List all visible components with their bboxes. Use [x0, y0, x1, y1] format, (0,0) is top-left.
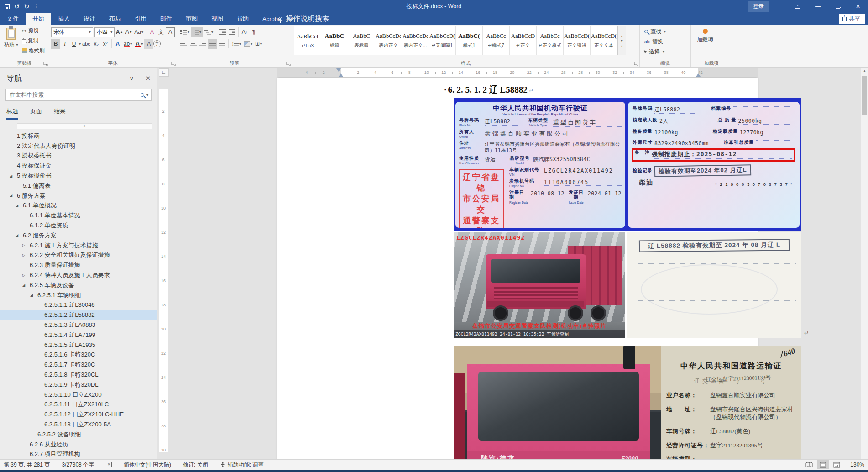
vertical-scrollbar[interactable]: ▲	[861, 68, 868, 459]
style-item[interactable]: AaBbCcI ↵Ln3	[294, 26, 321, 55]
justify-button[interactable]	[208, 39, 217, 49]
search-icon[interactable]	[141, 93, 144, 97]
subscript-button[interactable]: x₂	[92, 39, 101, 49]
nav-heading-item[interactable]: 6.2.5.1.5 辽LA1935	[0, 340, 157, 350]
nav-heading-item[interactable]: 6.2.5.1.7 卡特320C	[0, 360, 157, 370]
expander-icon[interactable]: ▷	[22, 243, 30, 247]
format-painter-button[interactable]: 格式刷	[22, 46, 47, 56]
bold-button[interactable]: B	[51, 39, 60, 49]
nav-heading-item[interactable]: 6.2.3 质量保证措施	[0, 260, 157, 270]
nav-heading-item[interactable]: 6.2.5.1.11 日立ZX210LC	[0, 400, 157, 410]
phonetic-guide-button[interactable]: 文	[157, 27, 166, 37]
nav-close-icon[interactable]: ✕	[146, 75, 151, 82]
ribbon-tab[interactable]: 引用	[128, 13, 153, 25]
nav-tab[interactable]: 页面	[30, 107, 42, 120]
nav-heading-item[interactable]: 5.1 偏离表	[0, 181, 157, 191]
nav-heading-item[interactable]: 6.2.5.1.3 辽LA0883	[0, 320, 157, 330]
copy-button[interactable]: 复制	[22, 36, 47, 46]
nav-heading-item[interactable]: 6.2.5.1.4 辽LA7199	[0, 330, 157, 340]
text-effects-button[interactable]: A	[113, 39, 122, 49]
line-spacing-button[interactable]: ↕▾	[230, 39, 242, 49]
print-layout-button[interactable]	[817, 460, 829, 469]
document-page[interactable]: ▪6. 2. 5. 1. 2 辽 L58882↵ 中华人民共和国机动车行驶证 V…	[277, 78, 758, 459]
nav-tab[interactable]: 标题	[6, 107, 18, 120]
document-heading[interactable]: ▪6. 2. 5. 1. 2 辽 L58882↵	[444, 84, 533, 96]
image-truck-front-and-transport-permit[interactable]: 陕汽·德龙 F2000 640 中华人民共和国道路运输证 辽交运营 字 号 辽交…	[454, 346, 801, 459]
multilevel-list-button[interactable]: ▾	[203, 27, 214, 37]
highlight-button[interactable]: ab▾	[122, 39, 133, 49]
expander-icon[interactable]: ▷	[22, 273, 30, 278]
underline-button[interactable]: U	[69, 39, 78, 49]
expander-icon[interactable]: ◢	[16, 204, 23, 208]
enclose-characters-button[interactable]: 字	[153, 40, 161, 47]
sort-button[interactable]: A↓	[240, 27, 249, 37]
expander-icon[interactable]: ◢	[16, 233, 23, 237]
style-item[interactable]: AaBbC 表标题	[348, 26, 375, 55]
nav-heading-item[interactable]: 4 投标保证金	[0, 161, 157, 171]
search-dropdown-icon[interactable]: ▾	[146, 93, 148, 97]
expander-icon[interactable]: ◢	[30, 293, 37, 297]
find-button[interactable]: 查找▾	[644, 27, 686, 36]
track-changes-indicator[interactable]: 修订: 关闭	[183, 461, 208, 469]
right-indent-marker[interactable]	[696, 73, 701, 77]
page-indicator[interactable]: 第 39 页, 共 281 页	[4, 461, 50, 469]
accessibility-status[interactable]: 辅助功能: 调查	[220, 461, 264, 469]
change-case-button[interactable]: Aa▾	[133, 27, 144, 37]
scrollbar-thumb[interactable]	[862, 76, 867, 115]
image-vehicle-license[interactable]: 中华人民共和国机动车行驶证 Vehicle License of the Peo…	[454, 98, 801, 231]
numbered-list-button[interactable]: ▾	[191, 27, 203, 37]
tell-me[interactable]: 操作说明搜索	[272, 13, 336, 25]
horizontal-ruler[interactable]: 42 2468101214161820222426283032343638404…	[170, 68, 859, 77]
ribbon-tab[interactable]: 审阅	[179, 13, 204, 25]
word-count[interactable]: 3/27308 个字	[62, 461, 94, 469]
nav-heading-item[interactable]: 6.2.5.1.8 卡特320CL	[0, 370, 157, 380]
redo-icon[interactable]: ↻	[24, 3, 30, 10]
nav-heading-item[interactable]: 6.1.2 单位资质	[0, 220, 157, 231]
select-button[interactable]: 选择▾	[644, 47, 686, 56]
nav-chevron-down-icon[interactable]: ∨	[130, 75, 134, 82]
scroll-up-icon[interactable]: ▲	[861, 68, 868, 75]
nav-heading-item[interactable]: ◢ 6.2.5.1 车辆明细	[0, 290, 157, 300]
nav-heading-item[interactable]: ◢ 6.2.5 车辆及设备	[0, 280, 157, 290]
grow-font-button[interactable]: A▲	[115, 27, 124, 37]
strikethrough-button[interactable]: abc	[81, 39, 92, 49]
style-item[interactable]: AaBbCcD ↵正文	[510, 26, 537, 55]
vertical-ruler[interactable]: 24681012141618202224262830	[159, 79, 168, 459]
ribbon-tab[interactable]: 设计	[77, 13, 102, 25]
ribbon-tab[interactable]: 视图	[204, 13, 230, 25]
addins-button[interactable]: 加载项	[693, 29, 717, 44]
first-line-indent-marker[interactable]	[336, 68, 341, 72]
share-button[interactable]: 共享	[839, 14, 865, 24]
nav-jump-bar[interactable]: ⊼	[17, 123, 152, 129]
clipboard-dialog-launcher-icon[interactable]	[43, 62, 48, 66]
nav-heading-item[interactable]: ◢ 5 投标报价书	[0, 171, 157, 181]
ribbon-tab[interactable]: 邮件	[153, 13, 179, 25]
ribbon-display-options-icon[interactable]: ˆ	[788, 0, 808, 13]
bullet-list-button[interactable]: ▾	[179, 27, 191, 37]
style-item[interactable]: AaBbCc ↵正文格式	[537, 26, 564, 55]
nav-heading-item[interactable]: 6.2.5.1.2 辽L58882	[0, 310, 157, 320]
qat-customize-icon[interactable]: ⋮	[34, 4, 38, 9]
nav-heading-item[interactable]: 1 投标函	[0, 131, 157, 141]
increase-indent-button[interactable]	[227, 27, 237, 37]
align-center-button[interactable]	[188, 39, 198, 49]
ribbon-tab[interactable]: 帮助	[230, 13, 256, 25]
image-truck-and-inspection-card[interactable]: LZGCL2R42AX011492 盘锦市公安局交通警察支队检测(机动车)查验照…	[454, 232, 801, 338]
web-layout-button[interactable]	[831, 460, 842, 469]
italic-button[interactable]: I	[60, 39, 69, 49]
replace-button[interactable]: ab替换	[644, 37, 686, 46]
styles-dialog-launcher-icon[interactable]	[634, 62, 638, 66]
decrease-indent-button[interactable]	[218, 27, 227, 37]
nav-heading-item[interactable]: 6.2.5.2 设备明细	[0, 430, 157, 440]
style-item[interactable]: AaBbCcD( 正文文本	[591, 26, 617, 55]
nav-heading-item[interactable]: 6.2.5.1.10 日立ZX200	[0, 390, 157, 400]
nav-search-input[interactable]	[6, 92, 141, 98]
style-item[interactable]: AaBbCcDdI 表内正文...	[402, 26, 429, 55]
nav-heading-item[interactable]: 6.2.7 项目管理机构	[0, 450, 157, 460]
nav-heading-item[interactable]: ◢ 6.1 单位概况	[0, 201, 157, 211]
clear-formatting-button[interactable]: A	[147, 27, 157, 37]
nav-tab[interactable]: 结果	[54, 107, 66, 120]
cut-button[interactable]: ✂剪切	[22, 26, 47, 36]
nav-heading-item[interactable]: 2 法定代表人身份证明	[0, 141, 157, 151]
expander-icon[interactable]: ▷	[22, 253, 30, 257]
